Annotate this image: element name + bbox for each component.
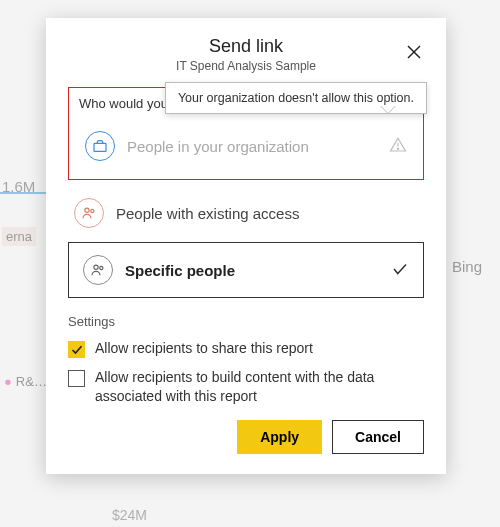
checkbox-allow-build[interactable]: Allow recipients to build content with t… — [68, 368, 424, 406]
svg-point-8 — [100, 266, 103, 269]
settings-heading: Settings — [68, 314, 424, 329]
dialog-subtitle: IT Spend Analysis Sample — [68, 59, 424, 73]
dialog-title: Send link — [68, 36, 424, 57]
cancel-button[interactable]: Cancel — [332, 420, 424, 454]
disabled-option-highlight: Who would you like the lin… People in yo… — [68, 87, 424, 180]
close-icon — [406, 44, 422, 60]
svg-rect-2 — [94, 143, 106, 151]
option-specific-people[interactable]: Specific people — [77, 247, 415, 293]
checkbox-input[interactable] — [68, 341, 85, 358]
apply-button[interactable]: Apply — [237, 420, 322, 454]
option-label: People in your organization — [127, 138, 309, 155]
option-label: Specific people — [125, 262, 235, 279]
checkbox-label: Allow recipients to build content with t… — [95, 368, 424, 406]
close-button[interactable] — [400, 38, 428, 66]
option-label: People with existing access — [116, 205, 299, 222]
bg-legend: R&… — [4, 374, 47, 389]
checkbox-input[interactable] — [68, 370, 85, 387]
svg-point-6 — [91, 209, 94, 212]
disabled-option-tooltip: Your organization doesn't allow this opt… — [165, 82, 427, 114]
dialog-header: Send link IT Spend Analysis Sample — [68, 36, 424, 73]
people-icon — [74, 198, 104, 228]
briefcase-icon — [85, 131, 115, 161]
svg-point-5 — [85, 208, 89, 212]
option-people-in-org: People in your organization — [79, 123, 413, 169]
checkmark-icon — [71, 344, 83, 356]
checkbox-allow-share[interactable]: Allow recipients to share this report — [68, 339, 424, 358]
option-existing-access[interactable]: People with existing access — [68, 190, 424, 236]
people-icon — [83, 255, 113, 285]
dialog-actions: Apply Cancel — [68, 420, 424, 454]
option-specific-people-container[interactable]: Specific people — [68, 242, 424, 298]
checkbox-label: Allow recipients to share this report — [95, 339, 313, 358]
checkmark-icon — [391, 260, 409, 281]
send-link-dialog: Send link IT Spend Analysis Sample Who w… — [46, 18, 446, 474]
warning-icon — [389, 136, 407, 157]
bg-attribution: Bing — [452, 258, 482, 275]
bg-label: erna — [2, 227, 36, 246]
bg-axis: $24M — [112, 507, 147, 523]
svg-point-7 — [94, 265, 98, 269]
svg-point-4 — [397, 148, 398, 149]
